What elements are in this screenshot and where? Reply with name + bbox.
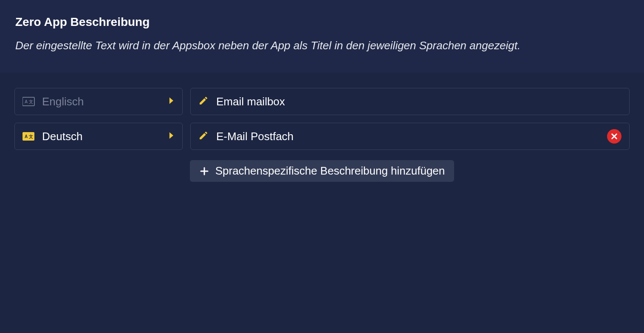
description-row: A 文 Deutsch [14, 123, 630, 150]
language-label: Englisch [42, 95, 169, 108]
svg-text:A: A [25, 134, 28, 139]
svg-text:文: 文 [28, 99, 33, 104]
description-field[interactable] [190, 88, 630, 115]
translate-icon: A 文 [23, 132, 35, 141]
description-input[interactable] [216, 95, 621, 108]
pencil-icon [198, 130, 209, 142]
description-field[interactable] [190, 123, 630, 150]
delete-button[interactable] [607, 129, 621, 144]
language-label: Deutsch [42, 130, 169, 143]
add-row-container: Sprachenspezifische Beschreibung hinzufü… [14, 160, 630, 182]
section-description: Der eingestellte Text wird in der Appsbo… [15, 39, 629, 52]
add-language-button[interactable]: Sprachenspezifische Beschreibung hinzufü… [190, 160, 455, 182]
description-input[interactable] [216, 130, 599, 143]
add-language-label: Sprachenspezifische Beschreibung hinzufü… [215, 164, 445, 178]
svg-text:文: 文 [28, 134, 33, 139]
section-header: Zero App Beschreibung Der eingestellte T… [0, 0, 644, 73]
descriptions-list: A 文 Englisch A 文 [0, 73, 644, 197]
svg-text:A: A [25, 99, 28, 104]
pencil-icon [198, 96, 209, 107]
chevron-right-icon [169, 132, 175, 141]
chevron-right-icon [169, 97, 175, 106]
close-icon [610, 133, 618, 140]
plus-icon [199, 166, 209, 176]
description-row: A 文 Englisch [14, 88, 630, 115]
language-select[interactable]: A 文 Deutsch [14, 123, 183, 150]
section-title: Zero App Beschreibung [15, 15, 629, 29]
translate-icon: A 文 [23, 97, 35, 106]
language-select[interactable]: A 文 Englisch [14, 88, 183, 115]
